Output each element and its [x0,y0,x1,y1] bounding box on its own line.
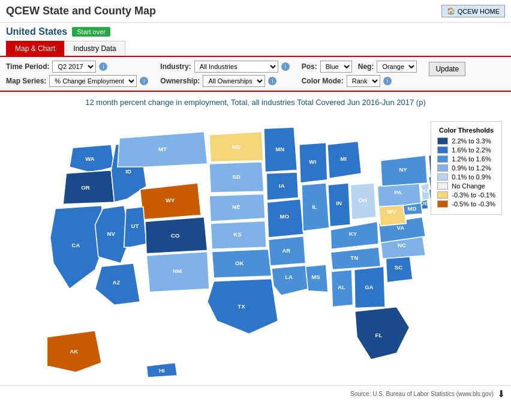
state-nd[interactable]: ND [209,131,263,161]
svg-marker-14 [140,183,201,220]
industry-label: Industry: [160,62,191,71]
state-md[interactable]: MD [403,203,422,215]
map-series-label: Map Series: [6,77,46,85]
legend-swatch [437,146,448,154]
state-wy[interactable]: WY [140,183,201,220]
state-ga[interactable]: GA [354,266,385,308]
svg-marker-34 [264,127,297,172]
industry-select[interactable]: All Industries [194,61,278,73]
industry-info-icon[interactable]: i [281,62,290,71]
tab-map-chart[interactable]: Map & Chart [6,41,64,56]
svg-marker-90 [421,183,429,200]
legend-item: 1.2% to 1.6% [437,155,495,163]
state-nm[interactable]: NM [146,251,209,292]
map-container: WA OR CA ID NV AZ MT [0,109,511,385]
location-title: United States [6,26,67,37]
state-oh[interactable]: OH [350,183,376,220]
state-ar[interactable]: AR [268,236,305,266]
svg-marker-28 [211,221,266,249]
legend-item: -0.5% to -0.3% [437,200,495,208]
pos-select[interactable]: Blue [320,61,352,73]
legend-item: 2.2% to 3.3% [437,137,495,145]
svg-marker-26 [209,194,265,221]
svg-marker-54 [350,183,376,220]
state-mt[interactable]: MT [118,131,208,167]
update-button[interactable]: Update [429,62,465,76]
state-sd[interactable]: SD [209,162,264,193]
state-mi[interactable]: MI [327,141,362,178]
color-mode-info-icon[interactable]: i [383,77,392,85]
svg-marker-64 [355,307,410,359]
state-or[interactable]: OR [63,170,115,205]
svg-marker-2 [63,170,115,205]
ownership-select[interactable]: All Ownerships [203,75,265,87]
pos-neg-control: Pos: Blue Neg: Orange [302,61,417,73]
download-icon[interactable]: ⬇ [497,388,505,400]
neg-select[interactable]: Orange [377,61,417,73]
legend-swatch [437,200,448,208]
legend-swatch [437,155,448,163]
state-ut[interactable]: UT [124,207,146,247]
svg-marker-30 [212,249,271,278]
svg-marker-32 [208,278,278,334]
tab-industry-data[interactable]: Industry Data [64,41,125,56]
map-series-select[interactable]: % Change Employment [49,75,137,87]
state-in[interactable]: IN [328,183,350,227]
legend-item: 0.1% to 0.9% [437,173,495,181]
svg-marker-12 [118,131,208,167]
state-il[interactable]: IL [302,183,329,231]
map-series-control: Map Series: % Change Employment i [6,75,148,87]
svg-marker-98 [146,363,177,378]
legend-swatch [437,182,448,190]
state-ms[interactable]: MS [305,265,327,292]
state-la[interactable]: LA [272,265,308,295]
tab-bar: Map & Chart Industry Data [0,41,511,57]
color-mode-control: Color Mode: Rank i [302,75,417,87]
state-ny[interactable]: NY [381,155,428,186]
qcew-home-button[interactable]: 🏠 QCEW HOME [441,5,505,17]
state-wi[interactable]: WI [299,143,327,183]
state-mo[interactable]: MO [267,199,303,238]
state-ks[interactable]: KS [211,221,266,249]
legend-item: -0.3% to -0.1% [437,191,495,199]
map-title: 12 month percent change in employment, T… [0,92,511,109]
state-wa[interactable]: WA [70,145,115,172]
svg-marker-36 [266,172,298,200]
start-over-button[interactable]: Start over [72,27,110,37]
svg-marker-76 [381,155,428,186]
state-ne[interactable]: NE [209,194,265,221]
svg-marker-48 [302,183,329,231]
source-bar: Source: U.S. Bureau of Labor Statistics … [0,385,511,402]
state-fl[interactable]: FL [355,307,410,359]
state-hi[interactable]: HI [146,363,177,378]
svg-marker-20 [146,251,209,292]
time-period-info-icon[interactable]: i [99,62,107,71]
state-tx[interactable]: TX [208,278,278,334]
controls-mid: Industry: All Industries i Ownership: Al… [160,61,289,87]
legend-label: 1.2% to 1.6% [452,155,491,163]
state-co[interactable]: CO [145,217,208,254]
time-period-select[interactable]: Q2 2017 [52,61,96,73]
state-ak[interactable]: AK [47,331,101,373]
map-series-info-icon[interactable]: i [140,77,148,85]
svg-marker-18 [145,217,208,254]
state-ia[interactable]: IA [266,172,298,200]
ownership-info-icon[interactable]: i [268,77,276,85]
color-mode-select[interactable]: Rank [347,75,380,87]
legend-swatch [437,173,448,181]
pos-label: Pos: [302,62,317,71]
time-period-label: Time Period: [6,62,49,71]
state-al[interactable]: AL [331,269,353,307]
legend-label: -0.5% to -0.3% [452,200,495,208]
legend-swatch [437,137,448,145]
legend-items: 2.2% to 3.3%1.6% to 2.2%1.2% to 1.6%0.9%… [437,137,495,208]
state-tn[interactable]: TN [330,247,380,269]
svg-marker-24 [209,162,264,193]
state-ok[interactable]: OK [212,249,271,278]
state-mn[interactable]: MN [264,127,297,172]
state-nj[interactable]: NJ [421,183,429,200]
svg-marker-10 [95,263,140,305]
state-az[interactable]: AZ [95,263,140,305]
ownership-control: Ownership: All Ownerships i [160,75,289,87]
legend-swatch [437,191,448,199]
